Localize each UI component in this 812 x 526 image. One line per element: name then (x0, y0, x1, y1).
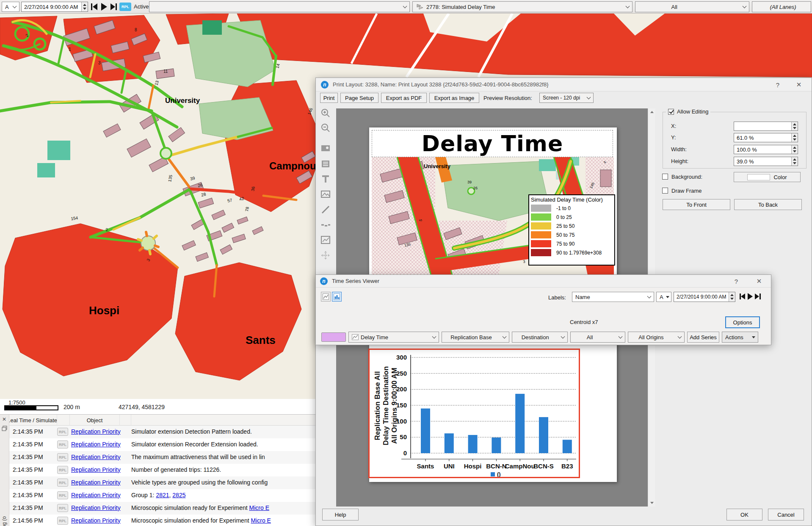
log-row[interactable]: 2:14:35 PMRPLReplication PriorityVehicle… (9, 476, 318, 489)
origins-combo[interactable]: All Origins (628, 332, 685, 343)
insert-map-icon[interactable] (319, 142, 332, 155)
log-header-spare[interactable] (120, 415, 131, 426)
x-spinner[interactable] (791, 122, 798, 130)
series-attribute-combo[interactable]: Delay Time (348, 332, 439, 343)
log-object-link[interactable]: Replication Priority (71, 504, 121, 511)
close-icon[interactable]: ✕ (790, 78, 807, 91)
insert-scalebar-icon[interactable] (319, 219, 332, 231)
labels-combo[interactable]: Name (572, 292, 654, 302)
insert-image-icon[interactable] (319, 188, 332, 201)
task-combo[interactable] (149, 1, 410, 12)
bar-chart-toggle[interactable] (332, 292, 342, 302)
print-layout-titlebar[interactable]: n Print Layout: 3288, Name: Print Layout… (316, 78, 812, 91)
filter-combo[interactable]: All (635, 1, 749, 12)
vehicles-combo[interactable]: All (570, 332, 625, 343)
height-spinner[interactable] (791, 157, 798, 166)
background-checkbox[interactable] (662, 174, 668, 180)
log-row[interactable]: 2:14:35 PMRPLReplication PriorityNumber … (9, 464, 318, 476)
log-object-link[interactable]: Replication Priority (71, 517, 121, 524)
to-back-button[interactable]: To Back (734, 199, 802, 210)
background-color-button[interactable]: Color (734, 172, 801, 182)
draw-frame-checkbox[interactable] (662, 188, 668, 194)
tsv-view-style-combo[interactable]: A (656, 292, 671, 302)
ok-button[interactable]: OK (726, 509, 762, 520)
to-front-button[interactable]: To Front (663, 199, 730, 210)
tsv-time-spinner[interactable] (729, 292, 735, 302)
log-message-link[interactable]: Micro E (251, 517, 271, 524)
play-icon[interactable] (747, 293, 753, 300)
help-button[interactable]: Help (322, 509, 359, 520)
add-series-button[interactable]: Add Series (687, 332, 719, 343)
export-pdf-button[interactable]: Export as PDF (381, 93, 427, 103)
preview-resolution-combo[interactable]: Screen - 120 dpi (539, 93, 594, 103)
width-field[interactable]: 100.0 % (734, 145, 798, 154)
log-header-time[interactable]: .eal Time / Simulate (9, 415, 57, 426)
preview-resolution-value: Screen - 120 dpi (543, 95, 580, 101)
x-field[interactable] (734, 122, 798, 131)
page-setup-button[interactable]: Page Setup (340, 93, 378, 103)
tsv-titlebar[interactable]: n Time Series Viewer (316, 275, 771, 288)
layout-legend-item[interactable]: Simulated Delay Time (Color) -1 to 00 to… (528, 194, 615, 266)
series-color-swatch[interactable] (321, 332, 346, 342)
height-field[interactable]: 39.0 % (734, 157, 798, 166)
log-row[interactable]: 2:14:35 PMRPLReplication PrioritySimulat… (9, 438, 318, 451)
log-header-message[interactable] (131, 415, 318, 426)
help-icon[interactable]: ? (769, 78, 786, 91)
log-row[interactable]: 2:14:35 PMRPLReplication PrioritySimulat… (9, 426, 318, 438)
close-icon[interactable]: ✕ (751, 275, 768, 288)
log-row[interactable]: 2:14:35 PMRPLReplication PriorityMicrosc… (9, 502, 318, 515)
skip-to-end-icon[interactable] (754, 293, 761, 300)
close-icon[interactable]: ✕ (2, 416, 6, 422)
replication-combo[interactable]: Replication Base (442, 332, 509, 343)
skip-to-end-icon[interactable] (110, 3, 118, 11)
log-row[interactable]: 2:14:56 PMRPLReplication PriorityMicrosc… (9, 515, 318, 526)
allow-editing-checkbox[interactable] (668, 109, 674, 115)
print-button[interactable]: Print (320, 93, 338, 103)
insert-chart-icon[interactable] (319, 234, 332, 246)
zoom-out-icon[interactable] (319, 122, 332, 134)
y-field[interactable]: 61.0 % (734, 133, 798, 142)
log-row[interactable]: 2:14:35 PMRPLReplication PriorityGroup 1… (9, 489, 318, 502)
log-object-link[interactable]: Replication Priority (71, 454, 121, 460)
direction-combo[interactable]: Destination (512, 332, 568, 343)
view-mode-combo[interactable]: 2778: Simulated Delay Time (412, 1, 632, 12)
insert-text-icon[interactable] (319, 173, 332, 185)
log-object-link[interactable]: Replication Priority (71, 479, 121, 486)
insert-legend-icon[interactable] (319, 158, 332, 170)
scroll-up-icon[interactable] (648, 108, 655, 116)
cancel-button[interactable]: Cancel (768, 509, 804, 520)
skip-to-start-icon[interactable] (91, 3, 98, 11)
log-message-link[interactable]: 2825 (172, 492, 185, 498)
log-message-link[interactable]: Micro E (249, 504, 269, 511)
actions-combo[interactable]: Actions (722, 332, 758, 343)
time-spinner[interactable] (81, 2, 88, 11)
insert-line-icon[interactable] (319, 203, 332, 216)
log-object-link[interactable]: Replication Priority (71, 492, 121, 498)
log-header-object[interactable]: Object (70, 415, 120, 426)
skip-to-start-icon[interactable] (739, 293, 746, 300)
view-style-combo[interactable]: A (2, 2, 19, 12)
float-panel-icon[interactable] (2, 426, 8, 431)
layout-chart-item-selected[interactable]: Replication Base AllDelay Time Destinati… (368, 349, 580, 478)
options-button[interactable]: Options (725, 316, 760, 328)
tsv-time-field[interactable]: 2/27/2014 9:00:00 AM (674, 292, 735, 302)
help-icon[interactable]: ? (728, 275, 745, 288)
log-object-link[interactable]: Replication Priority (71, 466, 121, 473)
zoom-in-icon[interactable] (319, 107, 332, 119)
log-message-link[interactable]: 2821 (156, 492, 169, 498)
log-header-badge[interactable] (57, 415, 70, 426)
log-object-link[interactable]: Replication Priority (71, 441, 121, 448)
log-row[interactable]: 2:14:35 PMRPLReplication PriorityThe max… (9, 451, 318, 464)
simulation-time-field[interactable]: 2/27/2014 9:00:00 AM (21, 2, 88, 12)
log-object-link[interactable]: Replication Priority (71, 428, 121, 435)
allow-editing-row[interactable]: Allow Editing (666, 108, 710, 115)
play-icon[interactable] (101, 3, 108, 11)
scroll-down-icon[interactable] (648, 499, 655, 507)
export-image-button[interactable]: Export as Image (429, 93, 479, 103)
layout-title-frame[interactable]: Delay Time (372, 130, 613, 157)
line-chart-toggle[interactable] (321, 292, 331, 302)
move-item-icon[interactable] (319, 249, 332, 262)
log-tab-label[interactable]: Log (o (1, 516, 7, 526)
width-spinner[interactable] (791, 145, 798, 154)
y-spinner[interactable] (791, 133, 798, 142)
